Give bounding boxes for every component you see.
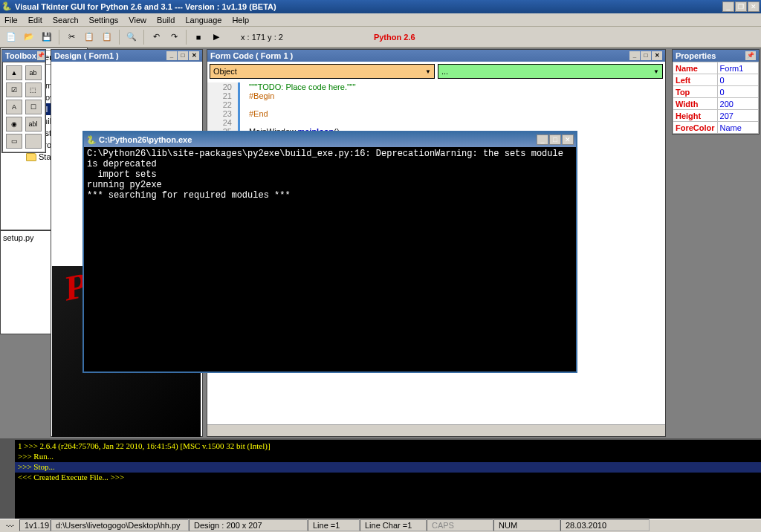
tool-9[interactable] xyxy=(25,134,42,149)
menu-build[interactable]: Build xyxy=(157,16,175,25)
copy-button[interactable]: 📋 xyxy=(81,29,97,45)
menubar: FileEditSearchSettingsViewBuildLanguageH… xyxy=(0,13,761,27)
prop-row[interactable]: Top0 xyxy=(673,86,759,98)
output-line[interactable]: >>> Stop... xyxy=(15,462,761,473)
status-cell: d:\Users\livetogogo\Desktop\hh.py xyxy=(51,519,189,531)
prop-row[interactable]: NameForm1 xyxy=(673,62,759,74)
save-button[interactable]: 💾 xyxy=(39,29,55,45)
object-combo-label: Object xyxy=(213,67,237,76)
console-icon: 🐍 xyxy=(86,135,97,145)
minimize-button[interactable]: _ xyxy=(722,1,734,12)
code-line[interactable]: 24 xyxy=(207,118,665,127)
toolbox-title: Toolbox 📌 xyxy=(2,50,45,62)
object-combo[interactable]: Object▼ xyxy=(210,64,435,79)
code-line[interactable]: 21#Begin xyxy=(207,91,665,100)
menu-file[interactable]: File xyxy=(4,16,18,25)
prop-row[interactable]: Left0 xyxy=(673,74,759,86)
console-minimize-button[interactable]: _ xyxy=(537,134,548,145)
menu-help[interactable]: Help xyxy=(232,16,249,25)
menu-view[interactable]: View xyxy=(129,16,146,25)
design-title-label: Design ( Form1 ) xyxy=(54,51,119,60)
toolbox-body: ▲ab☑⬚A☐◉abl▭ xyxy=(2,62,45,152)
menu-edit[interactable]: Edit xyxy=(28,16,42,25)
tool-2[interactable]: ☑ xyxy=(6,82,22,97)
formcode-title: Form Code ( Form 1 ) _ □ ✕ xyxy=(207,50,665,62)
status-icon: 〰 xyxy=(0,519,19,532)
output-line[interactable]: >>> Run... xyxy=(15,452,761,462)
code-line[interactable]: 22 xyxy=(207,100,665,109)
tool-8[interactable]: ▭ xyxy=(6,134,22,149)
tool-4[interactable]: A xyxy=(6,100,22,114)
cut-button[interactable]: ✂ xyxy=(63,29,80,45)
properties-pin-button[interactable]: 📌 xyxy=(745,51,756,60)
code-line[interactable]: 20"""TODO: Place code here.""" xyxy=(207,82,665,91)
event-combo-label: ... xyxy=(441,67,448,76)
statusbar: 〰 1v1.19d:\Users\livetogogo\Desktop\hh.p… xyxy=(0,519,761,532)
status-cell: 28.03.2010 xyxy=(560,519,650,531)
formcode-min-button[interactable]: _ xyxy=(629,51,640,60)
prop-row[interactable]: Width200 xyxy=(673,98,759,110)
tool-1[interactable]: ab xyxy=(25,65,42,80)
stop-button[interactable]: ■ xyxy=(190,29,207,45)
tool-0[interactable]: ▲ xyxy=(6,65,22,80)
new-button[interactable]: 📄 xyxy=(3,29,19,45)
menu-settings[interactable]: Settings xyxy=(89,16,119,25)
output-gutter xyxy=(0,440,15,519)
properties-title: Properties 📌 xyxy=(673,50,759,62)
console-window: 🐍 C:\Python26\python.exe _ □ ✕ C:\Python… xyxy=(82,131,577,373)
tool-3[interactable]: ⬚ xyxy=(25,82,42,97)
mouse-coords: x : 171 y : 2 xyxy=(241,33,283,42)
code-hscrollbar[interactable] xyxy=(207,424,665,436)
status-cell: Line Char =1 xyxy=(360,519,427,531)
design-close-button[interactable]: ✕ xyxy=(189,51,199,60)
properties-panel: Properties 📌 NameForm1Left0Top0Width200H… xyxy=(672,49,760,134)
properties-title-label: Properties xyxy=(676,51,716,60)
event-combo[interactable]: ...▼ xyxy=(438,64,663,79)
toolbox-panel: Toolbox 📌 ▲ab☑⬚A☐◉abl▭ xyxy=(1,49,46,153)
workspace: Toolbox 📌 ▲ab☑⬚A☐◉abl▭ Design ( Form1 ) … xyxy=(0,48,761,438)
console-output[interactable]: C:\Python26\lib\site-packages\py2exe\bui… xyxy=(84,147,576,202)
toolbar: 📄 📂 💾 ✂ 📋 📋 🔍 ↶ ↷ ■ ▶ x : 171 y : 2 Pyth… xyxy=(0,27,761,48)
close-button[interactable]: ✕ xyxy=(748,1,760,12)
output-line[interactable]: 1 >>> 2.6.4 (r264:75706, Jan 22 2010, 16… xyxy=(15,441,761,452)
run-button[interactable]: ▶ xyxy=(208,29,224,45)
toolbox-title-label: Toolbox xyxy=(5,51,36,60)
properties-table: NameForm1Left0Top0Width200Height207ForeC… xyxy=(673,62,759,134)
design-max-button[interactable]: □ xyxy=(178,51,188,60)
tool-6[interactable]: ◉ xyxy=(6,117,22,132)
paste-button[interactable]: 📋 xyxy=(99,29,115,45)
output-panel: 1 >>> 2.6.4 (r264:75706, Jan 22 2010, 16… xyxy=(0,438,761,519)
console-close-button[interactable]: ✕ xyxy=(562,134,574,145)
toolbox-pin-button[interactable]: 📌 xyxy=(37,51,45,60)
status-cell: Design : 200 x 207 xyxy=(189,519,308,531)
find-button[interactable]: 🔍 xyxy=(123,29,140,45)
main-titlebar: 🐍 Visual Tkinter GUI for Python 2.6 and … xyxy=(0,0,761,13)
tool-5[interactable]: ☐ xyxy=(25,100,42,114)
menu-language[interactable]: Language xyxy=(185,16,221,25)
prop-row[interactable]: ForeColorName xyxy=(673,122,759,134)
output-lines[interactable]: 1 >>> 2.6.4 (r264:75706, Jan 22 2010, 16… xyxy=(15,440,761,484)
formcode-close-button[interactable]: ✕ xyxy=(652,51,662,60)
console-title-label: C:\Python26\python.exe xyxy=(99,135,537,144)
undo-button[interactable]: ↶ xyxy=(148,29,164,45)
design-min-button[interactable]: _ xyxy=(166,51,177,60)
window-title: Visual Tkinter GUI for Python 2.6 and 3.… xyxy=(15,2,722,11)
menu-search[interactable]: Search xyxy=(53,16,79,25)
code-line[interactable]: 23#End xyxy=(207,109,665,118)
open-button[interactable]: 📂 xyxy=(21,29,37,45)
status-cell: 1v1.19 xyxy=(19,519,51,531)
status-cell: CAPS xyxy=(427,519,493,531)
console-titlebar: 🐍 C:\Python26\python.exe _ □ ✕ xyxy=(84,132,576,147)
formcode-title-label: Form Code ( Form 1 ) xyxy=(210,51,293,60)
output-line[interactable]: <<< Created Execute File... >>> xyxy=(15,473,761,483)
maximize-button[interactable]: ❐ xyxy=(735,1,747,12)
status-cell: Line =1 xyxy=(308,519,360,531)
python-version: Python 2.6 xyxy=(374,33,415,42)
tool-7[interactable]: abl xyxy=(25,117,42,132)
prop-row[interactable]: Height207 xyxy=(673,110,759,122)
formcode-max-button[interactable]: □ xyxy=(641,51,651,60)
console-maximize-button[interactable]: □ xyxy=(549,134,561,145)
design-title: Design ( Form1 ) _ □ ✕ xyxy=(51,50,202,62)
redo-button[interactable]: ↷ xyxy=(166,29,182,45)
app-icon: 🐍 xyxy=(1,1,12,12)
